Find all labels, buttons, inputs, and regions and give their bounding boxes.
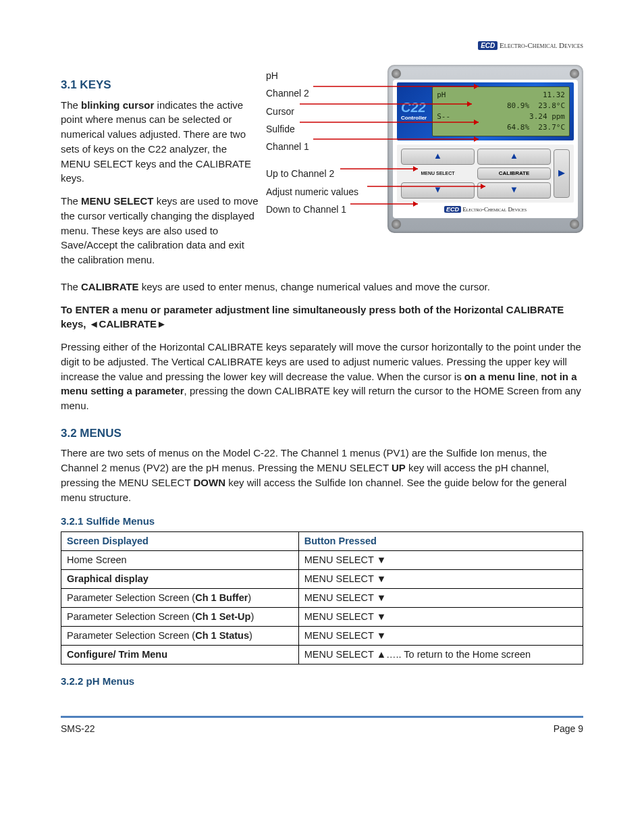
table-row: Configure/ Trim MenuMENU SELECT ▲….. To … [61, 646, 583, 664]
logo-badge: ECD [478, 41, 498, 50]
sulfide-menus-table: Screen Displayed Button Pressed Home Scr… [61, 531, 583, 664]
cell-screen: Graphical display [61, 570, 299, 589]
svg-marker-5 [474, 120, 479, 125]
logo-text: Electro-Chemical Devices [500, 41, 583, 49]
cell-screen: Parameter Selection Screen (Ch 1 Buffer) [61, 589, 299, 608]
para-3-1-3: The CALIBRATE keys are used to enter men… [61, 280, 583, 294]
th-screen: Screen Displayed [61, 532, 299, 551]
heading-3-2: 3.2 MENUS [61, 425, 583, 442]
arrow-icon [300, 97, 475, 111]
cell-button: MENU SELECT ▼ [298, 627, 583, 646]
arrow-icon [300, 115, 482, 129]
table-row: Parameter Selection Screen (Ch 1 Buffer)… [61, 589, 583, 608]
cell-button: MENU SELECT ▼ [298, 551, 583, 570]
heading-3-2-1: 3.2.1 Sulfide Menus [61, 514, 583, 529]
svg-marker-7 [474, 136, 479, 142]
footer-rule [61, 716, 583, 718]
cell-screen: Parameter Selection Screen (Ch 1 Status) [61, 627, 299, 646]
arrow-icon [313, 132, 482, 146]
svg-marker-11 [481, 184, 485, 189]
calibrate-right-button[interactable]: ▶ [554, 149, 570, 198]
arrow-icon [340, 162, 421, 176]
screw-icon [392, 69, 401, 78]
screw-icon [570, 219, 579, 229]
svg-marker-13 [413, 201, 418, 207]
para-3-1-4: To ENTER a menu or parameter adjustment … [61, 303, 583, 332]
device-footer: ECD Electro-Chemical Devices [397, 205, 574, 214]
page-footer: SMS-22 Page 9 [61, 722, 583, 735]
device-figure: pH Channel 2 Cursor Sulfide Channel 1 Up… [266, 65, 583, 233]
table-row: Parameter Selection Screen (Ch 1 Status)… [61, 627, 583, 646]
keypad: ▲ ▲ ▶ MENU SELECT CALIBRATE ▼ ▼ [397, 145, 574, 203]
cell-button: MENU SELECT ▼ [298, 570, 583, 589]
cell-screen: Home Screen [61, 551, 299, 570]
calibrate-label-button[interactable]: CALIBRATE [477, 167, 551, 180]
screw-icon [392, 219, 401, 229]
table-row: Graphical displayMENU SELECT ▼ [61, 570, 583, 589]
table-row: Parameter Selection Screen (Ch 1 Set-Up)… [61, 608, 583, 627]
cell-screen: Configure/ Trim Menu [61, 646, 299, 664]
cell-screen: Parameter Selection Screen (Ch 1 Set-Up) [61, 608, 299, 627]
heading-3-2-2: 3.2.2 pH Menus [61, 674, 583, 689]
arrow-icon [350, 197, 421, 211]
cell-button: MENU SELECT ▼ [298, 589, 583, 608]
para-3-1-5: Pressing either of the Horizontal CALIBR… [61, 340, 583, 413]
footer-right: Page 9 [554, 722, 583, 735]
footer-left: SMS-22 [61, 722, 95, 735]
para-3-2-1: There are two sets of menus on the Model… [61, 446, 583, 504]
svg-marker-1 [474, 84, 479, 89]
svg-marker-3 [467, 101, 472, 107]
cell-button: MENU SELECT ▼ [298, 608, 583, 627]
table-header-row: Screen Displayed Button Pressed [61, 532, 583, 551]
calibrate-up-button[interactable]: ▲ [477, 149, 551, 165]
svg-marker-9 [413, 166, 418, 172]
arrow-icon [367, 180, 489, 193]
cell-button: MENU SELECT ▲….. To return to the Home s… [298, 646, 583, 664]
screw-icon [570, 69, 579, 78]
arrow-icon [313, 80, 482, 93]
th-button: Button Pressed [298, 532, 583, 551]
table-row: Home ScreenMENU SELECT ▼ [61, 551, 583, 570]
page-header: ECD Electro-Chemical Devices [61, 41, 583, 51]
